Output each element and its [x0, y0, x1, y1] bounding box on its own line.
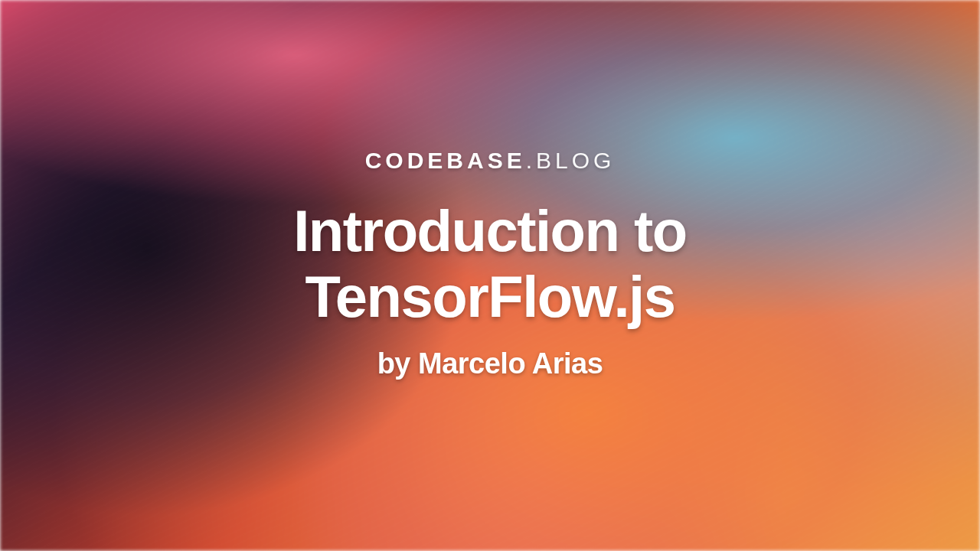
- site-name-main: CODEBASE: [365, 148, 526, 173]
- article-byline: by Marcelo Arias: [377, 347, 603, 380]
- site-brand: CODEBASE.BLOG: [365, 148, 616, 174]
- hero-content: CODEBASE.BLOG Introduction to TensorFlow…: [0, 0, 980, 551]
- site-name-suffix: .BLOG: [526, 148, 616, 173]
- article-title: Introduction to TensorFlow.js: [293, 198, 687, 328]
- title-line-1: Introduction to: [293, 198, 687, 263]
- title-line-2: TensorFlow.js: [305, 264, 675, 329]
